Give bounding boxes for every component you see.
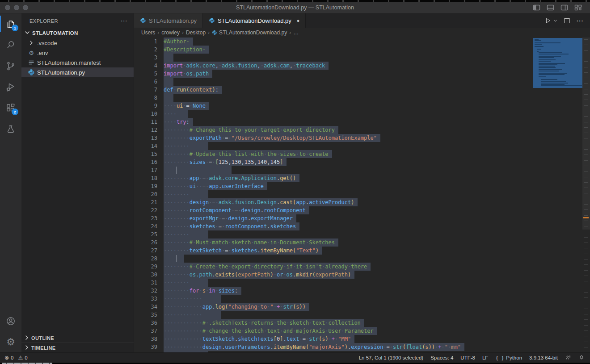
- line-number[interactable]: 14: [134, 142, 157, 150]
- toggle-panel-icon[interactable]: [547, 4, 554, 11]
- code-line[interactable]: 26········#·Must·match·sketch·name·in·Do…: [134, 238, 590, 247]
- line-number[interactable]: 15: [134, 150, 157, 158]
- code-line[interactable]: 39············design.userParameters.item…: [134, 343, 590, 351]
- line-number[interactable]: 18: [134, 174, 157, 182]
- editor-action-run-python-file[interactable]: [544, 17, 558, 25]
- code-line[interactable]: 13········exportPath·=·"/Users/crowley/D…: [134, 134, 590, 142]
- code-line[interactable]: 1#Author-: [134, 38, 590, 46]
- line-number[interactable]: 31: [134, 279, 157, 287]
- line-number[interactable]: 12: [134, 126, 157, 134]
- line-number[interactable]: 6: [134, 78, 157, 86]
- line-number[interactable]: 7: [134, 86, 157, 94]
- zoom-window-button[interactable]: [23, 5, 28, 10]
- code-line[interactable]: 32········for·s·in·sizes:: [134, 287, 590, 295]
- line-number[interactable]: 5: [134, 70, 157, 78]
- editor-action-more-actions[interactable]: ⋯: [576, 17, 584, 25]
- code-line[interactable]: 16········sizes·=·[125,130,135,140,145]: [134, 158, 590, 166]
- code-line[interactable]: 38············textSketch.sketchTexts[0].…: [134, 335, 590, 343]
- code-line[interactable]: 4import·adsk.core,·adsk.fusion,·adsk.cam…: [134, 62, 590, 70]
- code-line[interactable]: 2#Description-: [134, 46, 590, 54]
- code-line[interactable]: 33············: [134, 295, 590, 303]
- code-line[interactable]: 15········#·Update·this·list·with·the·si…: [134, 150, 590, 158]
- code-line[interactable]: 3: [134, 54, 590, 62]
- code-line[interactable]: 23········exportMgr·=·design.exportManag…: [134, 214, 590, 222]
- toggle-sidebar-icon[interactable]: [533, 4, 540, 11]
- code-line[interactable]: 37············#·change·the·sketch·text·a…: [134, 327, 590, 335]
- customize-layout-icon[interactable]: [574, 4, 582, 11]
- overview-ruler[interactable]: [582, 38, 590, 352]
- status-python-interpreter[interactable]: 3.9.13 64-bit: [529, 355, 558, 360]
- status-notifications[interactable]: [578, 355, 585, 361]
- folder-root[interactable]: STLAUTOMATION: [21, 28, 134, 38]
- activity-item-settings[interactable]: ⚙: [0, 331, 21, 352]
- outline-section[interactable]: OUTLINE: [21, 333, 134, 343]
- code-line[interactable]: 11····try:: [134, 118, 590, 126]
- line-number[interactable]: 1: [134, 38, 157, 46]
- breadcrumb-item[interactable]: STLAutomationDownload.py: [212, 29, 287, 36]
- file-tree-item-stlautomation-manifest[interactable]: STLAutomation.manifest: [21, 58, 134, 67]
- status-feedback[interactable]: [565, 355, 571, 361]
- activity-item-extensions[interactable]: 2: [0, 97, 21, 118]
- line-number[interactable]: 38: [134, 335, 157, 343]
- code-line[interactable]: 14········: [134, 142, 590, 150]
- code-line[interactable]: 35············: [134, 311, 590, 319]
- status-eol[interactable]: LF: [482, 355, 488, 360]
- line-number[interactable]: 26: [134, 238, 157, 247]
- code-line[interactable]: 8: [134, 94, 590, 102]
- line-number[interactable]: 35: [134, 311, 157, 319]
- code-line[interactable]: 31········: [134, 279, 590, 287]
- breadcrumb-item[interactable]: …: [293, 29, 299, 36]
- line-number[interactable]: 25: [134, 230, 157, 238]
- line-number[interactable]: 30: [134, 271, 157, 279]
- file-tree-item--env[interactable]: ⚙.env: [21, 48, 134, 58]
- code-line[interactable]: 7def·run(context):: [134, 86, 590, 94]
- activity-item-explorer[interactable]: 1: [0, 13, 21, 34]
- tab-stlautomationdownload.py[interactable]: STLAutomationDownload.py●: [203, 13, 306, 28]
- close-window-button[interactable]: [5, 5, 10, 10]
- line-number[interactable]: 40: [134, 351, 157, 352]
- line-number[interactable]: 34: [134, 303, 157, 311]
- tab-stlautomation.py[interactable]: STLAutomation.py: [134, 13, 203, 28]
- line-number[interactable]: 22: [134, 206, 157, 214]
- code-line[interactable]: 12········#·Change·this·to·your·target·e…: [134, 126, 590, 134]
- line-number[interactable]: 19: [134, 182, 157, 190]
- status-encoding[interactable]: UTF-8: [460, 355, 475, 360]
- line-number[interactable]: 2: [134, 46, 157, 54]
- line-number[interactable]: 39: [134, 343, 157, 351]
- line-number[interactable]: 21: [134, 198, 157, 206]
- line-number[interactable]: 24: [134, 222, 157, 230]
- chevron-down-icon[interactable]: [553, 18, 558, 23]
- activity-item-source-control[interactable]: [0, 55, 21, 76]
- code-line[interactable]: 27········textSketch·=·sketches.itemByNa…: [134, 247, 590, 255]
- status-indentation[interactable]: Spaces: 4: [430, 355, 453, 360]
- code-line[interactable]: 18········app·=·adsk.core.Application.ge…: [134, 174, 590, 182]
- code-line[interactable]: 22········rootComponent·=·design.rootCom…: [134, 206, 590, 214]
- code-area[interactable]: 1#Author-2#Description-34import·adsk.cor…: [134, 38, 590, 352]
- line-number[interactable]: 17: [134, 166, 157, 174]
- code-line[interactable]: 29········#·Create·the·export·directory·…: [134, 263, 590, 271]
- activity-item-accounts[interactable]: [0, 310, 21, 331]
- explorer-more-actions-icon[interactable]: ⋯: [121, 17, 128, 25]
- code-line[interactable]: 25········: [134, 230, 590, 238]
- status-language-mode[interactable]: { }Python: [495, 355, 522, 361]
- code-line[interactable]: 5import·os.path: [134, 70, 590, 78]
- code-line[interactable]: 24········sketches·=·rootComponent.sketc…: [134, 222, 590, 230]
- minimap[interactable]: [533, 38, 582, 88]
- code-line[interactable]: 40········: [134, 351, 590, 352]
- activity-item-run-and-debug[interactable]: [0, 76, 21, 97]
- code-line[interactable]: 9····ui·=·None: [134, 102, 590, 110]
- activity-item-search[interactable]: [0, 34, 21, 55]
- line-number[interactable]: 27: [134, 247, 157, 255]
- minimize-window-button[interactable]: [14, 5, 19, 10]
- status-cursor-position[interactable]: Ln 57, Col 1 (1900 selected): [359, 355, 423, 360]
- problems-status[interactable]: ⊗0⚠0: [4, 355, 28, 361]
- code-line[interactable]: 30········os.path.exists(exportPath)·or·…: [134, 271, 590, 279]
- code-line[interactable]: 20········: [134, 190, 590, 198]
- line-number[interactable]: 20: [134, 190, 157, 198]
- code-line[interactable]: 19········ui··=·app.userInterface: [134, 182, 590, 190]
- editor-action-split-editor[interactable]: [563, 17, 571, 25]
- line-number[interactable]: 23: [134, 214, 157, 222]
- line-number[interactable]: 28: [134, 255, 157, 263]
- breadcrumb-item[interactable]: Users: [141, 29, 155, 36]
- line-number[interactable]: 9: [134, 102, 157, 110]
